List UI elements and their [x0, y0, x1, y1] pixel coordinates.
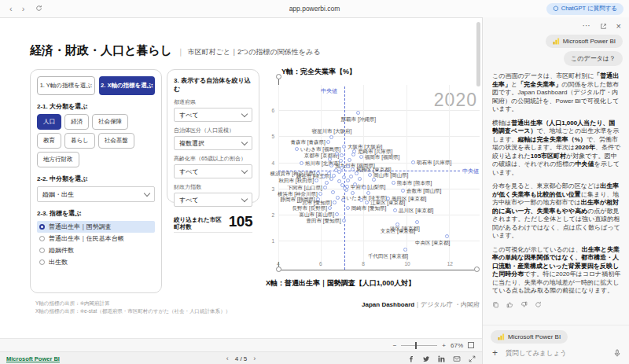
mail-icon[interactable]: [453, 355, 461, 362]
microphone-icon[interactable]: [613, 348, 621, 358]
data-point[interactable]: [335, 212, 339, 216]
data-point[interactable]: [351, 167, 355, 171]
data-point[interactable]: [331, 190, 335, 194]
indicator-option[interactable]: 婚姻件数: [37, 245, 155, 256]
data-point[interactable]: [365, 200, 369, 204]
category-button[interactable]: 人口: [37, 114, 61, 130]
data-point[interactable]: [339, 159, 343, 163]
data-point[interactable]: [349, 175, 353, 178]
next-page-button[interactable]: ›: [253, 355, 256, 362]
data-point[interactable]: [346, 164, 350, 168]
data-point[interactable]: [334, 168, 338, 172]
data-point[interactable]: [346, 206, 350, 210]
thumbs-down-icon[interactable]: [520, 301, 528, 308]
tab-x-axis[interactable]: 2. X軸の指標を選ぶ: [99, 76, 156, 95]
middle-category-dropdown[interactable]: 婚姻・出生: [37, 186, 155, 202]
scrollbar-thumb[interactable]: [476, 22, 480, 86]
zoom-out-button[interactable]: −: [393, 342, 397, 349]
source-chip[interactable]: Microsoft Power BI: [546, 35, 623, 48]
data-point[interactable]: [368, 173, 372, 177]
data-point[interactable]: [359, 198, 363, 202]
x-slider-right-handle[interactable]: [474, 267, 480, 272]
data-point[interactable]: [300, 161, 303, 165]
fit-to-page-icon[interactable]: [468, 342, 474, 348]
indicator-option[interactable]: 出生数: [37, 256, 155, 268]
filter-dropdown[interactable]: 複数選択: [174, 136, 252, 150]
powerbi-link[interactable]: Microsoft Power BI: [6, 355, 60, 362]
data-point[interactable]: [355, 171, 359, 175]
data-point[interactable]: [401, 189, 405, 193]
category-button[interactable]: 経済: [64, 114, 89, 130]
data-point[interactable]: [366, 191, 370, 195]
twitter-icon[interactable]: [422, 355, 430, 362]
copy-icon[interactable]: [492, 301, 499, 308]
data-point[interactable]: [403, 248, 407, 252]
open-in-new-icon[interactable]: [600, 23, 607, 30]
slider-corner-handle[interactable]: [276, 267, 281, 272]
data-point[interactable]: [318, 192, 322, 196]
data-point[interactable]: [359, 155, 363, 159]
more-options-icon[interactable]: ···: [583, 22, 590, 30]
category-button[interactable]: 地方行財政: [37, 152, 79, 167]
indicator-option[interactable]: 普通出生率｜国勢調査: [37, 221, 155, 233]
data-point[interactable]: [323, 186, 327, 189]
x-axis-range-slider[interactable]: [278, 270, 477, 270]
data-point[interactable]: [341, 198, 345, 202]
category-button[interactable]: 教育: [37, 133, 61, 149]
data-point[interactable]: [393, 208, 397, 212]
data-point[interactable]: [322, 175, 326, 178]
data-point[interactable]: [329, 164, 333, 167]
data-point[interactable]: [295, 147, 299, 151]
scatter-plot[interactable]: 2020 6543214681012中央値中央値那覇市 [沖縄県]寝屋川市 [大…: [277, 85, 480, 262]
data-point[interactable]: [333, 200, 337, 204]
data-point[interactable]: [358, 177, 362, 181]
tab-y-axis[interactable]: 1. Y軸の指標を選ぶ: [37, 76, 95, 95]
fullscreen-icon[interactable]: [469, 355, 476, 362]
data-point[interactable]: [337, 170, 341, 174]
question-input[interactable]: [504, 348, 607, 358]
data-point[interactable]: [337, 179, 341, 183]
zoom-in-button[interactable]: +: [442, 342, 446, 349]
data-point[interactable]: [325, 181, 329, 185]
prev-page-button[interactable]: ‹: [226, 355, 229, 362]
data-point[interactable]: [329, 135, 333, 139]
indicator-option[interactable]: 普通出生率｜住民基本台帳: [37, 233, 155, 245]
data-point[interactable]: [326, 140, 330, 144]
thumbs-up-icon[interactable]: [506, 301, 513, 308]
attach-icon[interactable]: +: [492, 348, 498, 358]
category-button[interactable]: 社会基盤: [98, 133, 134, 149]
data-point[interactable]: [343, 186, 347, 190]
data-point[interactable]: [353, 182, 357, 186]
data-point[interactable]: [415, 220, 419, 224]
linkedin-icon[interactable]: [438, 355, 445, 362]
data-point[interactable]: [328, 157, 332, 161]
data-point[interactable]: [342, 219, 346, 222]
filter-dropdown[interactable]: すべて: [174, 193, 252, 207]
regenerate-icon[interactable]: [535, 301, 542, 308]
data-point[interactable]: [411, 160, 415, 164]
facebook-icon[interactable]: [408, 355, 414, 362]
data-point[interactable]: [336, 196, 340, 200]
y-slider-top-handle[interactable]: [276, 74, 281, 79]
data-point[interactable]: [372, 178, 376, 182]
data-point[interactable]: [348, 158, 351, 162]
data-point[interactable]: [314, 178, 318, 182]
category-button[interactable]: 社会保障: [92, 114, 128, 130]
close-icon[interactable]: ×: [616, 22, 621, 30]
data-point[interactable]: [392, 181, 395, 185]
data-point[interactable]: [340, 166, 344, 170]
data-point[interactable]: [329, 177, 333, 181]
context-chip[interactable]: Microsoft Power BI: [491, 330, 568, 344]
data-point[interactable]: [346, 178, 350, 182]
category-button[interactable]: 暮らし: [64, 133, 95, 149]
prompt-chip[interactable]: このデータは？: [564, 51, 623, 66]
zoom-slider[interactable]: [401, 345, 437, 346]
data-point[interactable]: [328, 206, 332, 210]
data-point[interactable]: [351, 153, 355, 156]
chatgpt-ask-button[interactable]: ChatGPT に質問する: [546, 3, 623, 15]
filter-dropdown[interactable]: すべて: [174, 108, 252, 122]
zoom-slider-thumb[interactable]: [415, 342, 417, 349]
data-point[interactable]: [445, 234, 449, 238]
data-point[interactable]: [351, 191, 355, 195]
data-point[interactable]: [342, 145, 346, 149]
